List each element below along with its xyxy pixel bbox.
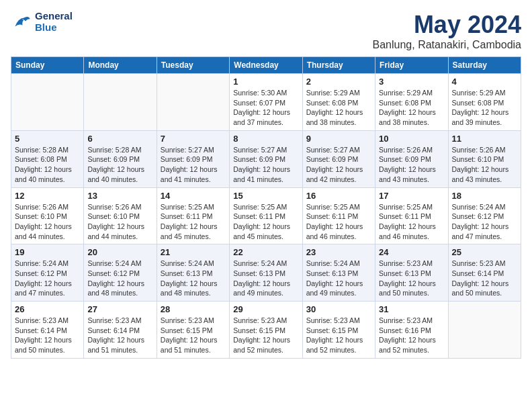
day-number: 1 [233, 77, 298, 87]
weekday-header-sunday: Sunday [11, 57, 84, 74]
calendar-table: SundayMondayTuesdayWednesdayThursdayFrid… [11, 56, 521, 359]
calendar-cell: 12Sunrise: 5:26 AM Sunset: 6:10 PM Dayli… [11, 187, 84, 244]
day-number: 3 [379, 77, 444, 87]
calendar-week-row: 1Sunrise: 5:30 AM Sunset: 6:07 PM Daylig… [11, 74, 521, 131]
day-info: Sunrise: 5:27 AM Sunset: 6:09 PM Dayligh… [233, 145, 298, 185]
day-number: 16 [306, 191, 371, 201]
logo: General Blue [11, 11, 73, 33]
day-info: Sunrise: 5:30 AM Sunset: 6:07 PM Dayligh… [233, 88, 298, 128]
day-number: 28 [161, 304, 226, 314]
day-info: Sunrise: 5:26 AM Sunset: 6:09 PM Dayligh… [379, 145, 444, 185]
day-number: 24 [379, 247, 444, 257]
day-info: Sunrise: 5:25 AM Sunset: 6:11 PM Dayligh… [306, 202, 371, 242]
day-info: Sunrise: 5:24 AM Sunset: 6:13 PM Dayligh… [306, 259, 371, 298]
calendar-cell: 1Sunrise: 5:30 AM Sunset: 6:07 PM Daylig… [230, 74, 302, 131]
day-number: 17 [379, 191, 444, 201]
day-number: 2 [306, 77, 371, 87]
calendar-cell: 11Sunrise: 5:26 AM Sunset: 6:10 PM Dayli… [448, 130, 521, 187]
logo-text: General Blue [35, 11, 73, 33]
weekday-header-tuesday: Tuesday [157, 57, 229, 74]
calendar-cell: 10Sunrise: 5:26 AM Sunset: 6:09 PM Dayli… [375, 130, 448, 187]
day-number: 23 [306, 247, 371, 257]
logo-icon [11, 11, 32, 33]
calendar-cell: 7Sunrise: 5:27 AM Sunset: 6:09 PM Daylig… [157, 130, 229, 187]
day-number: 18 [452, 191, 517, 201]
day-info: Sunrise: 5:24 AM Sunset: 6:13 PM Dayligh… [161, 259, 226, 298]
day-number: 14 [161, 191, 226, 201]
calendar-cell: 23Sunrise: 5:24 AM Sunset: 6:13 PM Dayli… [302, 244, 375, 302]
calendar-cell: 28Sunrise: 5:23 AM Sunset: 6:15 PM Dayli… [157, 302, 229, 359]
day-info: Sunrise: 5:28 AM Sunset: 6:08 PM Dayligh… [15, 145, 80, 185]
calendar-cell: 31Sunrise: 5:23 AM Sunset: 6:16 PM Dayli… [375, 302, 448, 359]
calendar-cell: 14Sunrise: 5:25 AM Sunset: 6:11 PM Dayli… [157, 187, 229, 244]
day-number: 19 [15, 247, 80, 257]
day-info: Sunrise: 5:26 AM Sunset: 6:10 PM Dayligh… [452, 145, 517, 185]
calendar-cell [157, 74, 229, 131]
day-number: 12 [15, 191, 80, 201]
calendar-week-row: 19Sunrise: 5:24 AM Sunset: 6:12 PM Dayli… [11, 244, 521, 302]
calendar-cell: 17Sunrise: 5:25 AM Sunset: 6:11 PM Dayli… [375, 187, 448, 244]
calendar-cell: 21Sunrise: 5:24 AM Sunset: 6:13 PM Dayli… [157, 244, 229, 302]
calendar-cell: 20Sunrise: 5:24 AM Sunset: 6:12 PM Dayli… [84, 244, 157, 302]
day-number: 27 [87, 304, 152, 314]
location-subtitle: Banlung, Ratanakiri, Cambodia [373, 39, 521, 51]
calendar-cell: 2Sunrise: 5:29 AM Sunset: 6:08 PM Daylig… [302, 74, 375, 131]
day-info: Sunrise: 5:24 AM Sunset: 6:12 PM Dayligh… [87, 259, 152, 298]
calendar-cell [84, 74, 157, 131]
calendar-cell [11, 74, 84, 131]
calendar-cell: 30Sunrise: 5:23 AM Sunset: 6:15 PM Dayli… [302, 302, 375, 359]
day-info: Sunrise: 5:28 AM Sunset: 6:09 PM Dayligh… [87, 145, 152, 185]
calendar-week-row: 5Sunrise: 5:28 AM Sunset: 6:08 PM Daylig… [11, 130, 521, 187]
day-info: Sunrise: 5:25 AM Sunset: 6:11 PM Dayligh… [161, 202, 226, 242]
calendar-week-row: 26Sunrise: 5:23 AM Sunset: 6:14 PM Dayli… [11, 302, 521, 359]
calendar-cell: 25Sunrise: 5:23 AM Sunset: 6:14 PM Dayli… [448, 244, 521, 302]
day-number: 21 [161, 247, 226, 257]
day-number: 26 [15, 304, 80, 314]
day-number: 9 [306, 134, 371, 144]
weekday-header-saturday: Saturday [448, 57, 521, 74]
calendar-week-row: 12Sunrise: 5:26 AM Sunset: 6:10 PM Dayli… [11, 187, 521, 244]
day-info: Sunrise: 5:23 AM Sunset: 6:15 PM Dayligh… [306, 316, 371, 355]
weekday-header-friday: Friday [375, 57, 448, 74]
weekday-header-monday: Monday [84, 57, 157, 74]
day-info: Sunrise: 5:24 AM Sunset: 6:13 PM Dayligh… [233, 259, 298, 298]
calendar-cell: 18Sunrise: 5:24 AM Sunset: 6:12 PM Dayli… [448, 187, 521, 244]
day-number: 25 [452, 247, 517, 257]
day-number: 6 [87, 134, 152, 144]
day-info: Sunrise: 5:27 AM Sunset: 6:09 PM Dayligh… [161, 145, 226, 185]
day-number: 29 [233, 304, 298, 314]
day-number: 8 [233, 134, 298, 144]
day-number: 31 [379, 304, 444, 314]
day-number: 30 [306, 304, 371, 314]
day-number: 7 [161, 134, 226, 144]
day-info: Sunrise: 5:25 AM Sunset: 6:11 PM Dayligh… [233, 202, 298, 242]
title-block: May 2024 Banlung, Ratanakiri, Cambodia [373, 11, 521, 51]
calendar-cell: 15Sunrise: 5:25 AM Sunset: 6:11 PM Dayli… [230, 187, 302, 244]
day-info: Sunrise: 5:23 AM Sunset: 6:13 PM Dayligh… [379, 259, 444, 298]
calendar-cell: 27Sunrise: 5:23 AM Sunset: 6:14 PM Dayli… [84, 302, 157, 359]
day-number: 15 [233, 191, 298, 201]
day-info: Sunrise: 5:27 AM Sunset: 6:09 PM Dayligh… [306, 145, 371, 185]
calendar-cell: 16Sunrise: 5:25 AM Sunset: 6:11 PM Dayli… [302, 187, 375, 244]
calendar-cell: 5Sunrise: 5:28 AM Sunset: 6:08 PM Daylig… [11, 130, 84, 187]
day-number: 10 [379, 134, 444, 144]
day-number: 22 [233, 247, 298, 257]
weekday-header-row: SundayMondayTuesdayWednesdayThursdayFrid… [11, 57, 521, 74]
day-info: Sunrise: 5:23 AM Sunset: 6:16 PM Dayligh… [379, 316, 444, 355]
day-info: Sunrise: 5:29 AM Sunset: 6:08 PM Dayligh… [379, 88, 444, 128]
day-number: 4 [452, 77, 517, 87]
day-info: Sunrise: 5:25 AM Sunset: 6:11 PM Dayligh… [379, 202, 444, 242]
page-header: General Blue May 2024 Banlung, Ratanakir… [11, 11, 521, 51]
day-info: Sunrise: 5:29 AM Sunset: 6:08 PM Dayligh… [306, 88, 371, 128]
day-info: Sunrise: 5:26 AM Sunset: 6:10 PM Dayligh… [87, 202, 152, 242]
day-info: Sunrise: 5:23 AM Sunset: 6:14 PM Dayligh… [87, 316, 152, 355]
calendar-cell: 29Sunrise: 5:23 AM Sunset: 6:15 PM Dayli… [230, 302, 302, 359]
day-info: Sunrise: 5:29 AM Sunset: 6:08 PM Dayligh… [452, 88, 517, 128]
day-info: Sunrise: 5:24 AM Sunset: 6:12 PM Dayligh… [452, 202, 517, 242]
calendar-cell: 8Sunrise: 5:27 AM Sunset: 6:09 PM Daylig… [230, 130, 302, 187]
calendar-cell: 9Sunrise: 5:27 AM Sunset: 6:09 PM Daylig… [302, 130, 375, 187]
day-number: 13 [87, 191, 152, 201]
calendar-cell: 3Sunrise: 5:29 AM Sunset: 6:08 PM Daylig… [375, 74, 448, 131]
day-info: Sunrise: 5:24 AM Sunset: 6:12 PM Dayligh… [15, 259, 80, 298]
day-info: Sunrise: 5:26 AM Sunset: 6:10 PM Dayligh… [15, 202, 80, 242]
